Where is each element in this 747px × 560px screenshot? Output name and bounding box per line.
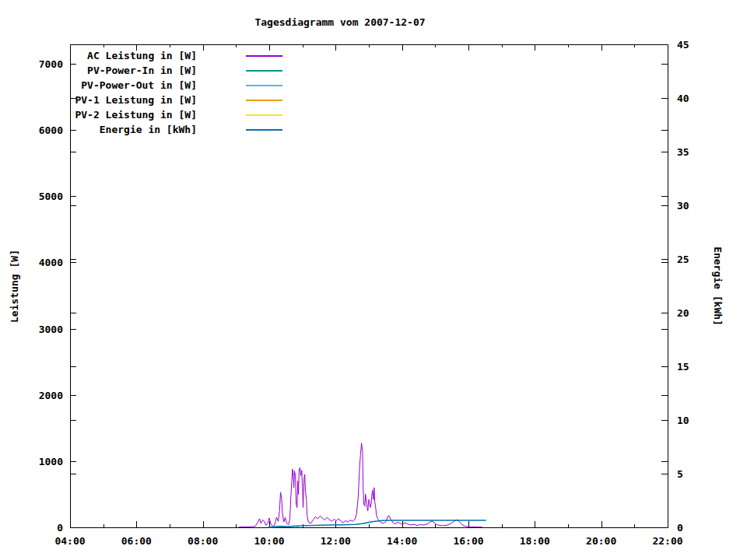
series-line-6 <box>268 520 486 527</box>
legend-line-sample <box>246 70 282 72</box>
y-right-tick-label: 40 <box>677 93 689 104</box>
y-right-tick-label: 0 <box>677 522 683 534</box>
y-right-tick-label: 30 <box>677 200 689 212</box>
x-tick-label: 12:00 <box>321 535 351 547</box>
y-right-tick-label: 5 <box>677 468 683 480</box>
legend-row: Energie in [kWh] <box>30 122 282 137</box>
legend-line-sample <box>246 129 282 131</box>
y-axis-right-title: Energie [kWh] <box>712 247 724 326</box>
y-right-tick-label: 25 <box>677 254 689 265</box>
legend-label: PV-2 Leistung in [W] <box>30 109 197 121</box>
legend-line-sample <box>246 85 282 86</box>
y-left-tick-label: 4000 <box>39 257 63 268</box>
legend-row: PV-Power-In in [W] <box>30 63 282 78</box>
y-left-tick-label: 1000 <box>39 455 63 467</box>
legend-row: AC Leistung in [W] <box>30 48 282 63</box>
legend-label: AC Leistung in [W] <box>30 50 197 61</box>
y-right-tick-label: 20 <box>677 307 689 319</box>
y-right-tick-label: 15 <box>677 361 689 373</box>
y-left-tick-label: 5000 <box>39 191 63 202</box>
legend-label: Energie in [kWh] <box>30 124 197 135</box>
y-right-tick-label: 45 <box>677 39 689 51</box>
chart-legend: AC Leistung in [W]PV-Power-In in [W]PV-P… <box>30 48 282 137</box>
plot-canvas: Tagesdiagramm vom 2007-12-07 Leistung [W… <box>0 0 747 560</box>
legend-line-sample <box>246 100 282 101</box>
x-tick-label: 04:00 <box>54 535 85 547</box>
x-tick-label: 18:00 <box>520 535 550 547</box>
legend-line-sample <box>246 55 282 57</box>
chart-title: Tagesdiagramm vom 2007-12-07 <box>0 16 680 28</box>
x-tick-label: 14:00 <box>387 535 417 547</box>
y-left-tick-label: 0 <box>57 522 63 534</box>
legend-row: PV-2 Leistung in [W] <box>30 107 282 122</box>
x-tick-label: 06:00 <box>121 535 152 547</box>
x-tick-label: 20:00 <box>586 535 616 547</box>
y-axis-left-title: Leistung [W] <box>9 250 20 323</box>
legend-label: PV-Power-In in [W] <box>30 65 197 76</box>
legend-row: PV-1 Leistung in [W] <box>30 93 282 107</box>
y-right-tick-label: 35 <box>677 146 689 158</box>
y-left-tick-label: 2000 <box>39 389 63 401</box>
y-right-tick-label: 10 <box>677 415 689 426</box>
x-tick-label: 22:00 <box>652 535 682 547</box>
series-line-1 <box>239 443 482 527</box>
x-tick-label: 16:00 <box>453 535 483 547</box>
legend-label: PV-Power-Out in [W] <box>30 79 197 91</box>
x-tick-label: 10:00 <box>254 535 284 547</box>
x-tick-label: 08:00 <box>188 535 218 547</box>
y-left-tick-label: 3000 <box>39 323 63 334</box>
legend-line-sample <box>246 114 282 116</box>
legend-row: PV-Power-Out in [W] <box>30 78 282 93</box>
legend-label: PV-1 Leistung in [W] <box>30 94 197 106</box>
